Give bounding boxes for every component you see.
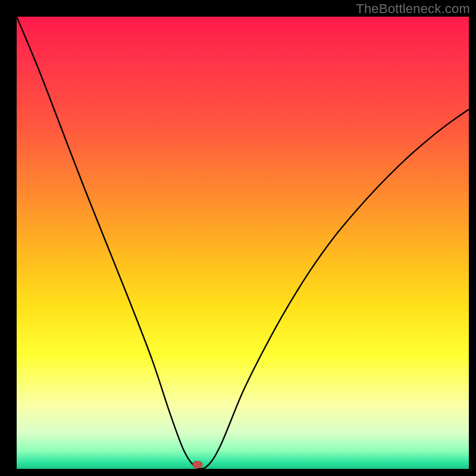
min-marker <box>193 461 203 468</box>
watermark-text: TheBottleneck.com <box>356 1 470 17</box>
plot-area <box>17 17 469 469</box>
chart-frame: TheBottleneck.com <box>0 0 476 476</box>
bottleneck-curve <box>17 17 469 469</box>
